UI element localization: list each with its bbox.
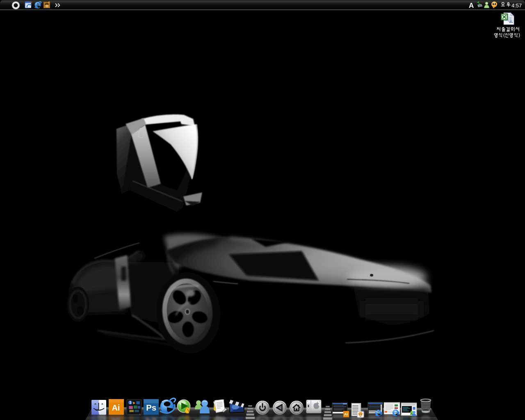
svg-text:1: 1 [130,400,132,404]
svg-text:Ps: Ps [146,403,156,412]
svg-text:Ai: Ai [344,412,348,416]
svg-text:Ai: Ai [112,403,120,412]
svg-text:A: A [469,2,474,9]
svg-text:4:57: 4:57 [511,2,522,9]
svg-text:Ps: Ps [146,416,156,420]
svg-text:Ai: Ai [112,416,120,420]
